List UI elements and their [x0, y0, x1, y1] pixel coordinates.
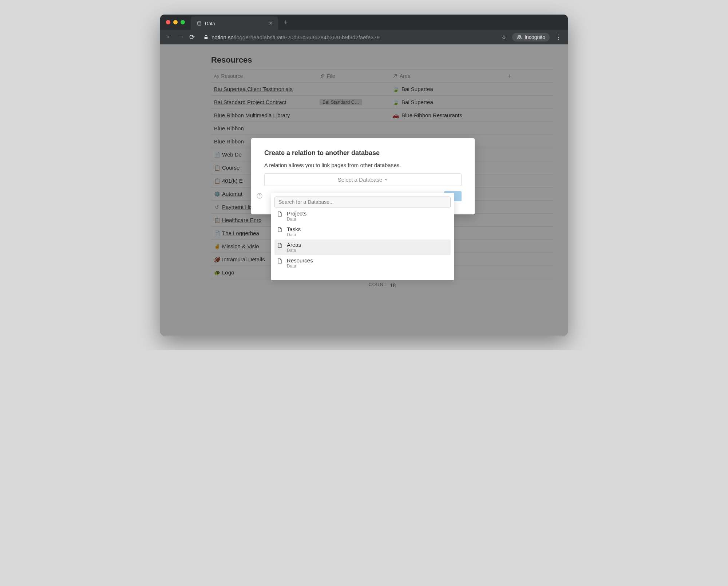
dropdown-item[interactable]: ResourcesData	[274, 255, 451, 271]
new-tab-button[interactable]: +	[284, 19, 288, 26]
modal-title: Create a relation to another database	[264, 149, 462, 157]
database-search-input[interactable]	[274, 197, 451, 207]
dropdown-item-sub: Data	[287, 232, 301, 237]
url-bar[interactable]: notion.so/loggerheadlabs/Data-20d35c5636…	[201, 34, 495, 40]
dropdown-item-sub: Data	[287, 248, 301, 253]
browser-window: Data × + ← → ⟳ notion.so/loggerheadlabs/…	[160, 15, 568, 336]
lock-icon	[203, 35, 209, 40]
svg-rect-1	[205, 37, 208, 39]
svg-point-3	[520, 37, 521, 39]
database-dropdown: ProjectsDataTasksDataAreasDataResourcesD…	[271, 193, 454, 280]
page-icon	[277, 211, 282, 217]
page-icon	[277, 227, 282, 233]
select-database-button[interactable]: Select a Database	[264, 173, 462, 186]
svg-point-0	[198, 21, 201, 23]
dropdown-item[interactable]: ProjectsData	[274, 208, 451, 224]
dropdown-item-name: Tasks	[287, 226, 301, 232]
page-icon	[277, 242, 282, 248]
url-domain: notion.so	[211, 34, 234, 40]
reload-button[interactable]: ⟳	[189, 33, 195, 41]
dropdown-item-sub: Data	[287, 264, 313, 269]
svg-point-2	[518, 37, 519, 39]
tab-title: Data	[205, 21, 215, 26]
help-icon[interactable]	[256, 193, 263, 199]
minimize-window-button[interactable]	[173, 20, 178, 24]
nav-arrows: ← → ⟳	[166, 33, 195, 41]
close-window-button[interactable]	[166, 20, 170, 24]
chevron-down-icon	[384, 178, 388, 182]
dropdown-item-name: Areas	[287, 242, 301, 248]
dropdown-item[interactable]: AreasData	[274, 239, 451, 255]
dropdown-item[interactable]: TasksData	[274, 224, 451, 239]
incognito-label: Incognito	[525, 34, 545, 40]
url-path: /loggerheadlabs/Data-20d35c5636284b36a6b…	[234, 34, 380, 40]
title-bar: Data × +	[160, 15, 568, 30]
forward-button[interactable]: →	[178, 33, 184, 41]
incognito-badge[interactable]: Incognito	[512, 33, 550, 41]
page-icon	[277, 258, 282, 264]
modal-description: A relation allows you to link pages from…	[264, 162, 462, 168]
database-icon	[197, 21, 202, 26]
back-button[interactable]: ←	[166, 33, 173, 41]
maximize-window-button[interactable]	[181, 20, 185, 24]
content-area: Resources Aa Resource File	[160, 44, 568, 336]
tab-close-button[interactable]: ×	[269, 20, 272, 27]
dropdown-item-sub: Data	[287, 217, 306, 222]
dropdown-item-name: Projects	[287, 210, 306, 217]
traffic-lights	[166, 20, 185, 24]
bookmark-star-icon[interactable]: ☆	[501, 34, 506, 41]
browser-tab[interactable]: Data ×	[191, 16, 278, 30]
dropdown-item-name: Resources	[287, 257, 313, 264]
incognito-icon	[517, 34, 522, 40]
address-bar: ← → ⟳ notion.so/loggerheadlabs/Data-20d3…	[160, 30, 568, 44]
browser-menu-button[interactable]: ⋮	[555, 33, 562, 41]
